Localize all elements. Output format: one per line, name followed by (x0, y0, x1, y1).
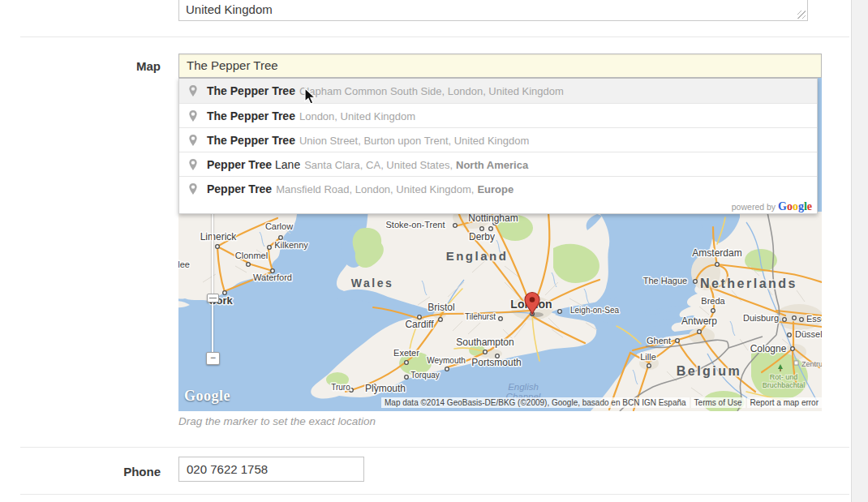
city-dot (711, 309, 715, 313)
city-dot (405, 361, 409, 365)
map-label: Plymouth (365, 383, 406, 394)
map-label: Zentru (801, 360, 822, 368)
google-logo-letter: G (778, 200, 787, 212)
city-dot (676, 339, 680, 343)
map-data-attribution: Map data ©2014 GeoBasis-DE/BKG (©2009), … (381, 397, 690, 408)
map-label: Southampton (456, 337, 513, 348)
item-secondary-text: Union Street, Burton upon Trent, United … (299, 135, 529, 147)
map-label: Rot- und (770, 373, 798, 381)
city-dot (489, 227, 493, 231)
map-label: Exeter (393, 348, 419, 358)
map-label: Truro (331, 383, 350, 392)
map-label: Weymouth (427, 356, 466, 365)
location-pin-icon (188, 109, 198, 122)
city-dot (483, 350, 488, 354)
section-divider (20, 36, 849, 37)
map-label: Breda (701, 296, 725, 306)
map-label: Nottingham (468, 212, 518, 224)
mouse-cursor-icon (304, 88, 317, 105)
page: { "form": { "country_value": "United Kin… (0, 0, 868, 502)
city-dot (694, 280, 698, 284)
map-label: Bristol (428, 302, 454, 313)
map-label: Waterford (253, 272, 292, 282)
zoom-slider-handle[interactable] (207, 294, 219, 302)
autocomplete-item[interactable]: The Pepper TreeUnion Street, Burton upon… (179, 127, 817, 152)
map-label: Kilkenny (274, 240, 308, 250)
marker-help-text: Drag the marker to set the exact locatio… (178, 415, 376, 427)
map-label: English (508, 382, 539, 392)
map-label: Belgium (677, 364, 742, 378)
autocomplete-item[interactable]: The Pepper TreeClapham Common South Side… (179, 79, 817, 103)
phone-input[interactable]: 020 7622 1758 (178, 457, 364, 482)
poi-square-icon (794, 361, 798, 365)
map-label: Netherlands (700, 277, 797, 290)
map-label: Portsmouth (471, 357, 521, 368)
autocomplete-item[interactable]: Pepper Tree LaneSanta Clara, CA, United … (179, 152, 817, 176)
location-pin-icon (188, 158, 198, 171)
page-gutter (851, 0, 868, 502)
city-dot (279, 236, 283, 240)
location-pin-icon (188, 84, 198, 97)
city-dot (558, 310, 562, 314)
city-dot (715, 263, 720, 267)
map-label: Cardiff (405, 319, 434, 330)
item-secondary-text: London, United Kingdom (299, 110, 415, 122)
map-label: Lille (640, 352, 656, 362)
item-main-suffix: Lane (272, 158, 300, 171)
map-attribution: Map data ©2014 GeoBasis-DE/BKG (©2009), … (381, 397, 822, 408)
city-dot (445, 367, 449, 371)
location-pin-icon (188, 134, 198, 147)
powered-by-text: powered by (732, 202, 776, 212)
powered-by-google: powered by Google (179, 200, 817, 213)
city-dot (800, 318, 804, 322)
map-label: Cologne (750, 343, 787, 354)
places-autocomplete-dropdown: The Pepper TreeClapham Common South Side… (178, 78, 818, 214)
city-dot (499, 317, 503, 321)
phone-field-label: Phone (16, 465, 161, 478)
city-dot (698, 330, 702, 334)
item-main-text: Pepper Tree (207, 182, 272, 195)
google-logo-letter: o (793, 200, 798, 212)
map-label: Essen (806, 314, 822, 324)
city-dot (783, 318, 787, 322)
map-label: Stoke-on-Trent (386, 220, 445, 230)
city-dot (268, 246, 272, 250)
terms-of-use-link[interactable]: Terms of Use (691, 397, 746, 408)
section-divider (20, 494, 849, 495)
city-dot (453, 224, 458, 228)
autocomplete-item[interactable]: Pepper TreeMansfield Road, London, Unite… (179, 176, 817, 200)
map-label: Clonmel (235, 251, 268, 260)
city-dot (788, 333, 792, 337)
city-dot (793, 316, 797, 320)
country-textarea[interactable]: United Kingdom (178, 0, 808, 21)
map-search-input[interactable]: The Pepper Tree (178, 54, 822, 78)
item-secondary-text: Mansfield Road, London, United Kingdom, (276, 183, 474, 195)
map-label: Torquay (410, 371, 440, 380)
map-label: Amsterdam (692, 247, 741, 259)
resize-handle-icon[interactable] (797, 11, 806, 19)
map-label: England (446, 249, 509, 263)
section-divider (20, 447, 849, 448)
autocomplete-item[interactable]: The Pepper TreeLondon, United Kingdom (179, 103, 817, 127)
location-pin-icon (188, 182, 198, 195)
map-label: Wales (351, 277, 393, 290)
map-label: Duisburg (743, 313, 779, 323)
report-map-error-link[interactable]: Report a map error (747, 397, 822, 408)
map-label: Carlow (265, 221, 293, 231)
map-search-value: The Pepper Tree (187, 58, 278, 72)
google-logo-letter: o (787, 200, 793, 212)
map-label: Limerick (200, 231, 238, 242)
city-dot (439, 318, 443, 322)
google-watermark: Google (184, 388, 230, 405)
zoom-out-button[interactable]: − (206, 352, 220, 365)
country-value: United Kingdom (186, 2, 273, 16)
map-label: Derby (469, 231, 495, 242)
map-label: Bruchbachtal (763, 381, 806, 389)
item-secondary-bold: Europe (477, 183, 513, 195)
city-dot (247, 263, 251, 267)
map-label: Tilehurst (465, 312, 496, 321)
city-dot (405, 375, 409, 380)
google-logo-letter: e (807, 200, 812, 212)
map-label: Tralee (178, 260, 190, 269)
phone-value: 020 7622 1758 (187, 462, 268, 476)
